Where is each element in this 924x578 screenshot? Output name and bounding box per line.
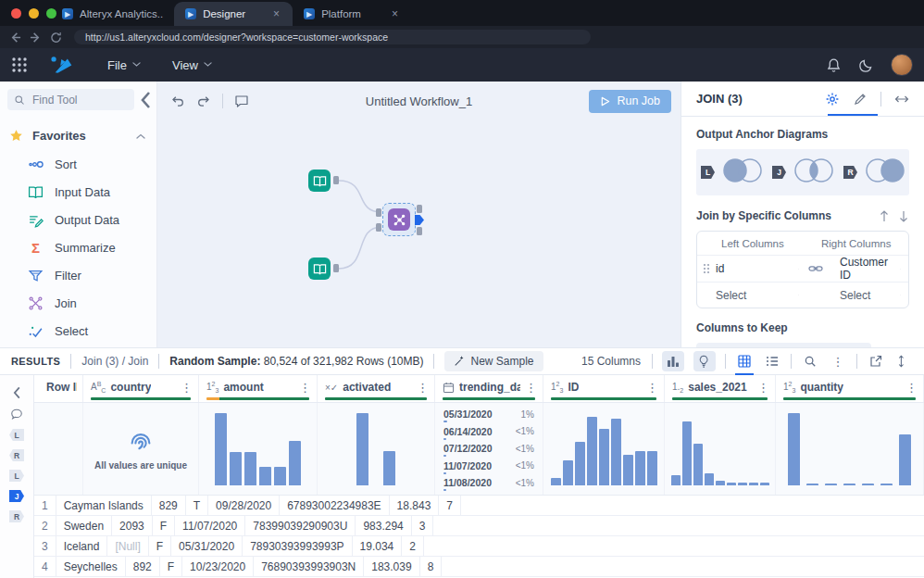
- menu-file[interactable]: File: [107, 58, 141, 72]
- column-header-quantity[interactable]: 123quantity⋮: [776, 375, 924, 402]
- collapse-sidebar-icon[interactable]: [140, 91, 151, 109]
- right-output-anchor[interactable]: [417, 227, 422, 235]
- column-menu-kebab-icon[interactable]: ⋮: [757, 382, 769, 394]
- venn-r[interactable]: R: [843, 157, 911, 188]
- table-row[interactable]: 1Cayman Islands829T09/28/202067893002234…: [34, 496, 924, 516]
- column-menu-kebab-icon[interactable]: ⋮: [646, 382, 658, 394]
- left-output-anchor[interactable]: [417, 205, 422, 213]
- settings-gear-icon[interactable]: [825, 92, 840, 107]
- drag-handle-icon[interactable]: [697, 263, 716, 274]
- tab-close-icon[interactable]: ×: [390, 7, 400, 20]
- back-icon[interactable]: [9, 31, 21, 44]
- find-tool-searchbox[interactable]: [7, 89, 134, 110]
- anchor-badge-j[interactable]: J: [9, 490, 24, 502]
- annotation-pen-icon[interactable]: [853, 92, 868, 107]
- table-row[interactable]: 2Sweden2093F11/07/202078399039290903U983…: [34, 516, 924, 536]
- sidebar-item-input-data[interactable]: Input Data: [0, 178, 156, 206]
- sidebar-item-sort[interactable]: Sort: [0, 150, 156, 178]
- output-anchor[interactable]: [333, 176, 339, 184]
- open-in-new-icon[interactable]: [867, 351, 885, 371]
- column-header-row-id[interactable]: Row ID: [34, 375, 83, 402]
- column-histogram[interactable]: [551, 411, 657, 485]
- browser-tab[interactable]: ▶Platform×: [293, 2, 411, 26]
- browser-tab[interactable]: ▶Alteryx Analytics..: [51, 2, 174, 26]
- left-column-select[interactable]: id: [716, 262, 806, 275]
- right-input-anchor[interactable]: [376, 223, 381, 232]
- column-histogram[interactable]: [215, 411, 301, 485]
- apps-grid-icon[interactable]: [11, 57, 28, 73]
- column-header-activated[interactable]: ×✓activated⋮: [318, 375, 435, 402]
- favorites-section-header[interactable]: Favorites: [0, 118, 156, 150]
- new-sample-button[interactable]: New Sample: [444, 351, 543, 371]
- table-row[interactable]: 4Seychelles892F10/23/202076890393993903N…: [34, 557, 924, 577]
- column-header-amount[interactable]: 123amount⋮: [199, 375, 318, 402]
- sidebar-item-filter[interactable]: Filter: [0, 261, 156, 289]
- comment-icon[interactable]: [234, 94, 249, 108]
- left-input-anchor[interactable]: [376, 208, 381, 217]
- minimize-window-button[interactable]: [29, 8, 39, 19]
- venn-l[interactable]: L: [701, 157, 768, 188]
- list-view-icon[interactable]: [763, 351, 781, 371]
- close-window-button[interactable]: [11, 8, 21, 19]
- anchor-badge-l[interactable]: L: [9, 470, 24, 482]
- undo-icon[interactable]: [170, 94, 185, 108]
- column-menu-kebab-icon[interactable]: ⋮: [417, 382, 429, 394]
- column-menu-kebab-icon[interactable]: ⋮: [299, 382, 311, 394]
- join-tool[interactable]: [388, 208, 410, 231]
- input-data-tool-1[interactable]: [308, 170, 331, 192]
- sidebar-item-select[interactable]: Select: [0, 317, 156, 345]
- refresh-icon[interactable]: [50, 31, 62, 44]
- output-anchor[interactable]: [333, 264, 339, 272]
- column-menu-kebab-icon[interactable]: ⋮: [905, 382, 918, 394]
- venn-j[interactable]: J: [772, 157, 840, 188]
- insights-bulb-icon[interactable]: [693, 351, 716, 371]
- more-options-kebab-icon[interactable]: ⋮: [829, 351, 847, 371]
- grid-view-icon[interactable]: [735, 351, 754, 371]
- column-histogram[interactable]: [671, 411, 769, 485]
- column-header-sales_2021[interactable]: 1.2sales_2021⋮: [665, 375, 776, 402]
- column-header-id[interactable]: 123ID⋮: [543, 375, 665, 402]
- search-results-icon[interactable]: [801, 351, 819, 371]
- resize-panel-icon[interactable]: [894, 351, 913, 371]
- profile-histogram-toggle-icon[interactable]: [662, 351, 684, 371]
- anchor-badge-r[interactable]: R: [9, 449, 24, 461]
- dark-mode-moon-icon[interactable]: [858, 57, 874, 73]
- url-bar[interactable]: [74, 30, 591, 44]
- collapse-strip-icon[interactable]: [10, 386, 23, 399]
- sidebar-item-summarize[interactable]: ΣSummarize: [0, 233, 156, 261]
- run-job-button[interactable]: Run Job: [589, 90, 671, 113]
- find-tool-input[interactable]: [31, 93, 128, 107]
- date-frequency-list[interactable]: 05/31/20201%06/14/2020<1%07/12/2020<1%11…: [435, 403, 543, 495]
- table-row[interactable]: 3Iceland[Null]F05/31/202078930393993993P…: [34, 536, 924, 557]
- column-header-trending_date[interactable]: trending_date⋮: [435, 375, 543, 402]
- sidebar-item-output-data[interactable]: Output Data: [0, 206, 156, 233]
- workflow-canvas[interactable]: Run Job Untitled Workflow_1: [157, 82, 681, 347]
- column-histogram[interactable]: [788, 411, 911, 485]
- column-histogram[interactable]: [356, 411, 395, 485]
- messages-bubble-icon[interactable]: [10, 408, 23, 421]
- anchor-badge-r[interactable]: R: [9, 510, 24, 522]
- results-breadcrumb[interactable]: Join (3) / Join: [81, 355, 148, 368]
- browser-tab[interactable]: ▶Designer×: [174, 2, 293, 26]
- section-collapse-up-icon[interactable]: [880, 210, 890, 222]
- expand-panel-icon[interactable]: [894, 92, 909, 107]
- menu-view[interactable]: View: [172, 58, 212, 72]
- forward-icon[interactable]: [30, 31, 42, 44]
- left-column-select[interactable]: Select: [716, 289, 806, 302]
- column-header-country[interactable]: ABCcountry⋮: [83, 375, 199, 402]
- redo-icon[interactable]: [196, 94, 211, 108]
- right-column-select[interactable]: Select: [825, 289, 908, 302]
- column-menu-kebab-icon[interactable]: ⋮: [525, 382, 537, 394]
- input-data-tool-2[interactable]: [308, 258, 331, 280]
- anchor-badge-l[interactable]: L: [9, 429, 24, 441]
- notifications-bell-icon[interactable]: [826, 57, 842, 73]
- user-avatar[interactable]: [891, 54, 913, 76]
- tab-close-icon[interactable]: ×: [271, 7, 281, 20]
- alteryx-logo[interactable]: [48, 55, 76, 75]
- column-menu-kebab-icon[interactable]: ⋮: [181, 382, 193, 394]
- join-tool-selection[interactable]: [382, 203, 416, 236]
- right-column-select[interactable]: Customer ID: [825, 256, 908, 282]
- sidebar-item-join[interactable]: Join: [0, 289, 156, 317]
- section-collapse-down-icon[interactable]: [899, 210, 909, 222]
- chevron-up-icon[interactable]: [136, 133, 145, 139]
